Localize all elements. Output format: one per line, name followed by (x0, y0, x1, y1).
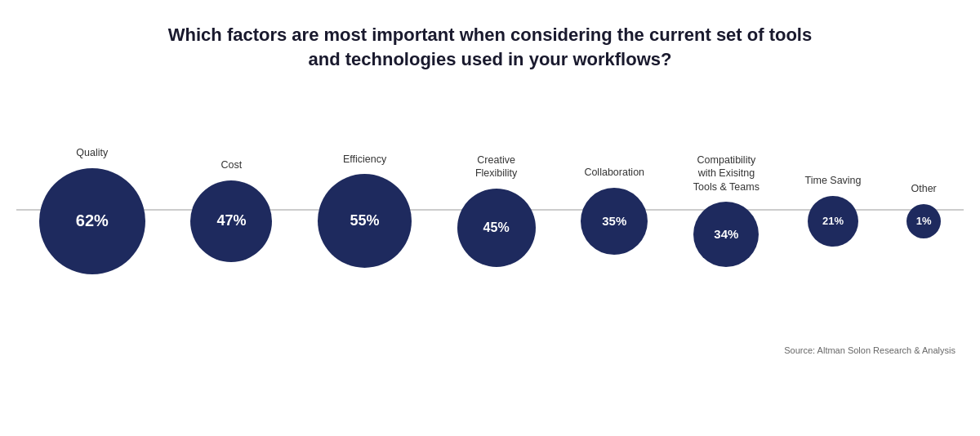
bubble-label: Collaboration (584, 166, 644, 179)
bubble-circle: 55% (318, 174, 412, 268)
bubble-label: Compatibilitywith ExisitngTools & Teams (693, 153, 760, 194)
bubble-circle: 47% (190, 180, 272, 262)
chart-title: Which factors are most important when co… (168, 23, 812, 71)
bubble-label: Time Saving (805, 174, 862, 187)
bubble-circle: 1% (906, 204, 941, 238)
bubble-item: Cost47% (190, 158, 272, 261)
bubble-label: CreativeFlexibility (475, 153, 517, 180)
bubble-circle: 62% (39, 168, 145, 274)
bubble-circle: 35% (581, 188, 648, 255)
bubble-label: Efficiency (343, 153, 386, 166)
bubble-circle: 21% (808, 196, 858, 247)
bubbles-row: Quality62%Cost47%Efficiency55%CreativeFl… (16, 79, 964, 340)
bubble-label: Cost (221, 158, 243, 171)
bubble-item: Collaboration35% (581, 166, 648, 254)
bubble-item: Time Saving21% (805, 174, 862, 246)
bubble-label: Other (911, 182, 937, 195)
chart-container: Quality62%Cost47%Efficiency55%CreativeFl… (16, 79, 964, 340)
bubble-item: Quality62% (39, 146, 145, 274)
source-label: Source: Altman Solon Research & Analysis (16, 345, 964, 355)
bubble-item: Efficiency55% (318, 153, 412, 268)
bubble-circle: 45% (457, 189, 536, 267)
bubble-label: Quality (76, 146, 108, 159)
bubble-item: CreativeFlexibility45% (457, 153, 536, 267)
bubble-circle: 34% (693, 202, 759, 267)
bubble-item: Compatibilitywith ExisitngTools & Teams3… (693, 153, 760, 267)
bubble-item: Other1% (906, 182, 941, 238)
